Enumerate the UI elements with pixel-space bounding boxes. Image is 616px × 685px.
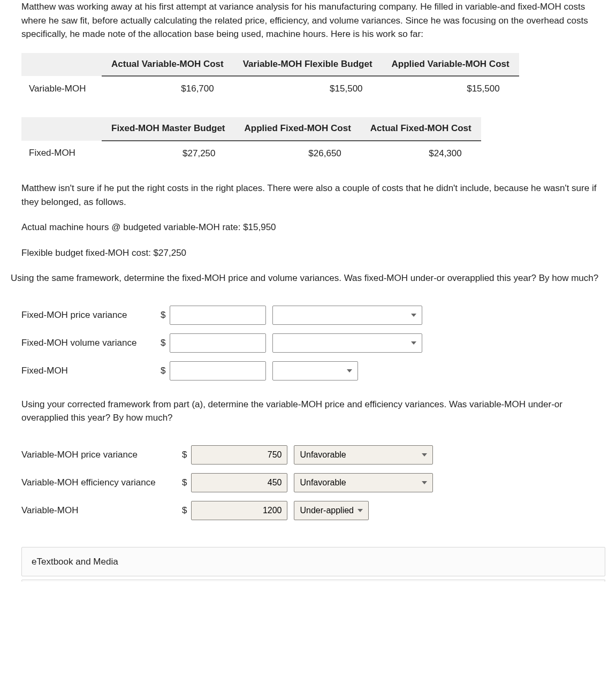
dollar-sign: $ [161, 361, 170, 380]
etextbook-media-button[interactable]: eTextbook and Media [21, 547, 605, 577]
fixed-applied-input[interactable] [170, 361, 266, 380]
intro-paragraph: Matthew was working away at his first at… [21, 0, 605, 41]
t1-col3-header: Applied Variable-MOH Cost [382, 53, 519, 77]
fixed-applied-label: Fixed-MOH [21, 361, 161, 380]
variable-question: Using your corrected framework from part… [21, 398, 605, 425]
t1-col2-header: Variable-MOH Flexible Budget [233, 53, 382, 77]
dollar-sign: $ [182, 501, 191, 520]
var-efficiency-label: Variable-MOH efficiency variance [21, 473, 182, 492]
fixed-volume-input[interactable] [170, 333, 266, 353]
t2-val2: $26,650 [235, 141, 361, 166]
extra-info-1: Actual machine hours @ budgeted variable… [21, 220, 605, 234]
t2-col1-header: Fixed-MOH Master Budget [102, 117, 235, 141]
fixed-applied-select[interactable] [272, 361, 358, 380]
t1-val2: $15,500 [233, 76, 382, 101]
t1-col1-header: Actual Variable-MOH Cost [102, 53, 233, 77]
t2-val3: $24,300 [361, 141, 481, 166]
var-applied-label: Variable-MOH [21, 501, 182, 520]
var-applied-input[interactable] [191, 501, 287, 520]
t2-val1: $27,250 [102, 141, 235, 166]
var-price-label: Variable-MOH price variance [21, 445, 182, 465]
var-price-input[interactable] [191, 445, 287, 465]
t1-val3: $15,500 [382, 76, 519, 101]
fixed-price-input[interactable] [170, 306, 266, 325]
variable-moh-answer-grid: Variable-MOH price variance $ Unfavorabl… [21, 437, 439, 529]
var-price-select[interactable]: Unfavorable [294, 445, 433, 465]
extra-info-2: Flexible budget fixed-MOH cost: $27,250 [21, 246, 605, 260]
dollar-sign: $ [161, 306, 170, 325]
t2-row-label: Fixed-MOH [21, 141, 102, 166]
variable-moh-table: Actual Variable-MOH Cost Variable-MOH Fl… [21, 53, 519, 101]
dollar-sign: $ [182, 445, 191, 465]
t1-val1: $16,700 [102, 76, 233, 101]
fixed-price-select[interactable] [272, 306, 422, 325]
var-efficiency-input[interactable] [191, 473, 287, 492]
var-efficiency-select[interactable]: Unfavorable [294, 473, 433, 492]
fixed-volume-select[interactable] [272, 333, 422, 353]
t2-col2-header: Applied Fixed-MOH Cost [235, 117, 361, 141]
partial-panel [21, 580, 605, 582]
unsure-paragraph: Matthew isn't sure if he put the right c… [21, 181, 605, 209]
fixed-price-label: Fixed-MOH price variance [21, 306, 161, 325]
etextbook-media-label: eTextbook and Media [32, 557, 118, 567]
fixed-volume-label: Fixed-MOH volume variance [21, 333, 161, 353]
dollar-sign: $ [182, 473, 191, 492]
var-applied-select[interactable]: Under-applied [294, 501, 369, 520]
t1-row-label: Variable-MOH [21, 76, 102, 101]
dollar-sign: $ [161, 333, 170, 353]
t2-col3-header: Actual Fixed-MOH Cost [361, 117, 481, 141]
fixed-question: Using the same framework, determine the … [11, 271, 605, 285]
fixed-moh-table: Fixed-MOH Master Budget Applied Fixed-MO… [21, 117, 481, 165]
fixed-moh-answer-grid: Fixed-MOH price variance $ Fixed-MOH vol… [21, 297, 429, 389]
